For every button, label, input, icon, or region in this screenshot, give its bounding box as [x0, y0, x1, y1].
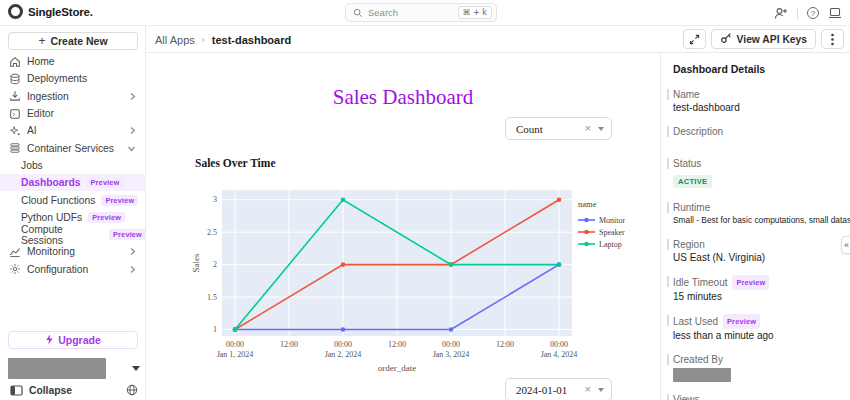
sidebar-item-ai[interactable]: AI	[0, 122, 146, 139]
sidebar-item-container-services[interactable]: Container Services	[0, 139, 146, 156]
field-label: Description	[673, 125, 838, 138]
sidebar-item-home[interactable]: Home	[0, 53, 146, 70]
svg-text:Speaker: Speaker	[599, 228, 625, 237]
svg-text:00:00: 00:00	[550, 340, 568, 349]
svg-text:12:00: 12:00	[496, 340, 514, 349]
field-label: Region	[673, 238, 838, 251]
svg-text:Monitor: Monitor	[599, 216, 626, 225]
top-header: SingleStore. ⌘ + k ?	[0, 0, 850, 26]
breadcrumb-separator: ›	[202, 35, 205, 45]
field-label: Views	[673, 393, 838, 400]
help-icon[interactable]: ?	[807, 7, 819, 19]
created-by-redacted	[673, 368, 731, 382]
svg-text:00:00: 00:00	[226, 340, 244, 349]
sidebar-item-jobs[interactable]: Jobs	[0, 157, 146, 174]
field-value: less than a minute ago	[673, 329, 838, 342]
svg-text:Jan 2, 2024: Jan 2, 2024	[325, 350, 362, 359]
select-caret-icon[interactable]	[598, 127, 604, 131]
svg-text:2.5: 2.5	[207, 228, 217, 237]
sidebar-item-deployments[interactable]: Deployments	[0, 70, 146, 87]
sidebar-item-configuration[interactable]: Configuration	[0, 261, 146, 278]
field-runtime: Runtime Small - Best for basic computati…	[673, 201, 838, 227]
sidebar-item-label: Dashboards	[21, 177, 81, 188]
invite-user-icon[interactable]	[774, 7, 788, 20]
expand-button[interactable]	[683, 29, 706, 49]
sales-over-time-chart[interactable]: 11.522.5300:00Jan 1, 202412:0000:00Jan 2…	[186, 183, 656, 375]
field-label: Last Used Preview	[673, 314, 838, 329]
clear-icon[interactable]: ×	[585, 384, 591, 395]
view-api-keys-button[interactable]: View API Keys	[711, 29, 816, 49]
global-search[interactable]: ⌘ + k	[345, 3, 497, 22]
sidebar-item-label: Jobs	[21, 160, 43, 171]
metric-select[interactable]: Count ×	[505, 117, 612, 140]
docs-icon[interactable]	[828, 7, 842, 19]
sidebar-item-label: Cloud Functions	[21, 195, 95, 206]
field-last-used: Last Used Preview less than a minute ago	[673, 314, 838, 342]
field-description: Description	[673, 125, 838, 138]
chevron-right-icon	[129, 92, 136, 101]
details-heading: Dashboard Details	[673, 63, 838, 75]
panel-collapse-handle[interactable]: «	[841, 236, 850, 254]
brand[interactable]: SingleStore.	[8, 4, 93, 19]
date-select[interactable]: 2024-01-01 ×	[505, 378, 612, 400]
sidebar-item-monitoring[interactable]: Monitoring	[0, 243, 146, 260]
svg-text:3: 3	[213, 195, 217, 204]
clear-icon[interactable]: ×	[585, 123, 591, 134]
monitoring-chart-icon	[8, 246, 21, 258]
svg-text:1: 1	[213, 325, 217, 334]
breadcrumb-all-apps[interactable]: All Apps	[155, 34, 195, 46]
svg-text:Laptop: Laptop	[599, 240, 622, 249]
plus-icon: +	[38, 34, 45, 48]
sidebar-item-compute-sessions[interactable]: Compute Sessions Preview	[0, 226, 146, 243]
svg-text:name: name	[578, 199, 597, 209]
header-icons: ?	[774, 0, 842, 26]
upgrade-button[interactable]: Upgrade	[8, 331, 138, 349]
svg-text:2: 2	[213, 260, 217, 269]
field-label: Name	[673, 88, 838, 101]
svg-text:order_date: order_date	[378, 363, 416, 373]
sidebar-item-label: Configuration	[27, 264, 88, 275]
svg-text:12:00: 12:00	[280, 340, 298, 349]
editor-icon	[8, 108, 21, 120]
collapse-sidebar-icon[interactable]	[10, 385, 23, 396]
select-caret-icon[interactable]	[598, 388, 604, 392]
sidebar-item-dashboards[interactable]: Dashboards Preview	[0, 174, 146, 191]
create-new-button[interactable]: + Create New	[8, 32, 138, 50]
collapse-label[interactable]: Collapse	[29, 385, 126, 396]
svg-text:00:00: 00:00	[442, 340, 460, 349]
account-selector[interactable]	[8, 357, 140, 379]
metric-select-value: Count	[516, 123, 585, 135]
sidebar-item-editor[interactable]: Editor	[0, 105, 146, 122]
chevron-right-icon	[129, 265, 136, 274]
ai-sparkle-icon	[8, 125, 21, 137]
create-new-label: Create New	[50, 35, 107, 47]
preview-badge: Preview	[101, 195, 138, 206]
sidebar-item-label: Editor	[27, 108, 54, 119]
sidebar-item-label: Container Services	[27, 143, 114, 154]
date-select-value: 2024-01-01	[516, 384, 585, 396]
dashboard-details-panel: Dashboard Details Name test-dashboard De…	[660, 53, 850, 400]
globe-icon[interactable]	[126, 384, 138, 396]
svg-text:Jan 4, 2024: Jan 4, 2024	[541, 350, 578, 359]
search-icon	[353, 8, 363, 18]
chevron-right-icon	[129, 247, 136, 256]
sales-chart-svg: 11.522.5300:00Jan 1, 202412:0000:00Jan 2…	[186, 183, 656, 375]
sidebar-item-label: Python UDFs	[21, 212, 82, 223]
containers-icon	[8, 142, 21, 154]
field-value: Small - Best for basic computations, sma…	[673, 214, 826, 227]
chevron-down-icon	[127, 145, 136, 152]
sidebar-item-cloud-functions[interactable]: Cloud Functions Preview	[0, 191, 146, 208]
bolt-icon	[45, 334, 54, 347]
gear-icon	[8, 263, 21, 275]
key-icon	[720, 32, 732, 46]
sidebar-item-label: Ingestion	[27, 91, 69, 102]
field-label: Created By	[673, 353, 838, 366]
svg-text:12:00: 12:00	[388, 340, 406, 349]
brand-name: SingleStore.	[28, 6, 93, 18]
sidebar-item-label: Monitoring	[27, 246, 75, 257]
search-input[interactable]	[368, 7, 458, 18]
sidebar-item-ingestion[interactable]: Ingestion	[0, 88, 146, 105]
field-idle-timeout: Idle Timeout Preview 15 minutes	[673, 275, 838, 303]
kebab-menu-button[interactable]	[821, 29, 844, 49]
sidebar-item-label: AI	[27, 125, 37, 136]
